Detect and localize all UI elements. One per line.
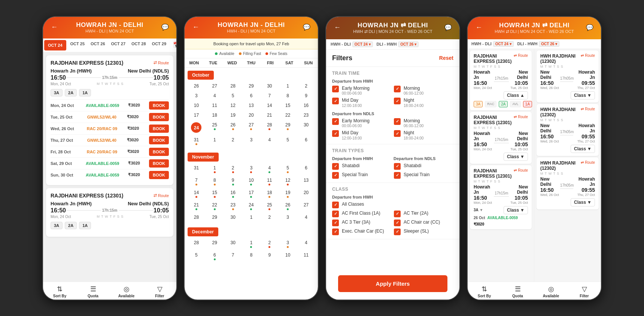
checkbox-early-morning-hwh[interactable]: ✓ bbox=[332, 86, 339, 92]
book-btn-sat29[interactable]: BOOK bbox=[149, 159, 169, 168]
cal-cell[interactable]: 16 bbox=[297, 101, 315, 110]
date-tab-oct27[interactable]: OCT 27 bbox=[108, 39, 129, 52]
cal-cell[interactable]: 30 bbox=[297, 120, 315, 134]
checkbox-ec[interactable]: ✓ bbox=[332, 228, 339, 235]
route-button-1[interactable]: ⇄ Route bbox=[154, 60, 169, 65]
class-select-down-3[interactable]: Class ▼ bbox=[504, 206, 528, 214]
reset-button[interactable]: Reset bbox=[439, 55, 453, 61]
date-tab-oct28[interactable]: OCT 28 bbox=[128, 39, 149, 52]
book-btn-fri28[interactable]: BOOK bbox=[149, 148, 169, 156]
calendar-icon[interactable]: 📅 bbox=[169, 39, 176, 52]
cal-cell[interactable]: 10 bbox=[243, 175, 260, 187]
cal-cell[interactable]: 9 bbox=[261, 250, 278, 262]
checkbox-sl[interactable]: ✓ bbox=[394, 228, 401, 235]
cal-cell[interactable]: 20 bbox=[243, 110, 260, 119]
screen4-back-button[interactable]: ← bbox=[474, 22, 484, 33]
mini-route-btn-1[interactable]: ⇄Route bbox=[514, 53, 528, 58]
cal-cell[interactable]: 8 bbox=[206, 175, 224, 187]
book-btn-thu27[interactable]: BOOK bbox=[149, 136, 169, 144]
cal-cell[interactable]: 4 bbox=[261, 135, 278, 147]
cal-cell[interactable]: 29 bbox=[243, 81, 260, 90]
back-button[interactable]: ← bbox=[49, 22, 60, 33]
cal-cell[interactable]: 9 bbox=[224, 175, 242, 187]
cal-cell[interactable]: 1 bbox=[206, 163, 224, 175]
cal-cell[interactable]: 17 bbox=[188, 110, 205, 119]
cal-cell[interactable]: 27 bbox=[297, 200, 315, 212]
checkbox-early-morning-ndls[interactable]: ✓ bbox=[332, 118, 339, 125]
chat-icon[interactable]: 💬 bbox=[160, 22, 170, 33]
screen2-chat-icon[interactable]: 💬 bbox=[301, 22, 312, 33]
cal-cell[interactable]: 7 bbox=[224, 250, 242, 262]
class-badge-2a[interactable]: 2A bbox=[65, 89, 77, 96]
checkbox-all-classes[interactable]: ✓ bbox=[332, 202, 339, 208]
cal-cell[interactable]: 29 bbox=[279, 120, 297, 134]
cal-cell[interactable]: 5 bbox=[188, 250, 205, 262]
cal-cell[interactable]: 16 bbox=[224, 188, 242, 199]
cal-cell[interactable]: 5 bbox=[279, 135, 297, 147]
cal-cell[interactable]: 23 bbox=[224, 200, 242, 212]
cal-cell[interactable]: 26 bbox=[188, 81, 205, 90]
book-btn-mon24[interactable]: BOOK bbox=[149, 101, 169, 110]
cal-cell[interactable]: 18 bbox=[261, 188, 278, 199]
mini-route-btn-r1[interactable]: ⇄Route bbox=[581, 53, 595, 58]
screen2-back-button[interactable]: ← bbox=[191, 22, 201, 33]
cal-cell[interactable]: 17 bbox=[243, 188, 260, 199]
sort-by-button[interactable]: ⇅ Sort By bbox=[43, 285, 76, 298]
checkbox-midday-ndls[interactable]: ✓ bbox=[332, 130, 339, 137]
cal-cell[interactable]: 19 bbox=[224, 110, 242, 119]
cal-cell[interactable]: 4 bbox=[261, 163, 278, 175]
route-date-oct26[interactable]: OCT 26 ▾ bbox=[398, 42, 419, 47]
available-button[interactable]: ◎ Available bbox=[110, 285, 143, 298]
class-badge-3a[interactable]: 3A bbox=[51, 89, 63, 96]
cal-cell[interactable]: 22 bbox=[279, 110, 297, 119]
cal-cell[interactable]: 14 bbox=[261, 101, 278, 110]
cal-cell[interactable]: 6 bbox=[206, 250, 224, 262]
checkbox-midday-hwh[interactable]: ✓ bbox=[332, 98, 339, 104]
cal-cell[interactable]: 27 bbox=[206, 81, 224, 90]
cal-cell[interactable]: 28 bbox=[224, 81, 242, 90]
mini-route-btn-3[interactable]: ⇄Route bbox=[514, 168, 528, 172]
cal-cell[interactable]: 8 bbox=[279, 91, 297, 100]
cal-cell[interactable]: 1 bbox=[279, 81, 297, 90]
cal-cell[interactable]: 30 bbox=[261, 81, 278, 90]
cal-cell[interactable]: 4 bbox=[297, 212, 315, 221]
cal-cell[interactable]: 2 bbox=[261, 238, 278, 249]
cal-cell[interactable]: 11 bbox=[297, 250, 315, 262]
checkbox-cc[interactable]: ✓ bbox=[394, 220, 401, 226]
screen4-chat-icon[interactable]: 💬 bbox=[584, 22, 595, 33]
cal-cell[interactable]: 30 bbox=[224, 212, 242, 221]
cal-cell[interactable]: 31 bbox=[188, 135, 205, 147]
cal-cell[interactable]: 14 bbox=[188, 188, 205, 199]
cal-cell[interactable]: 3 bbox=[188, 91, 205, 100]
apply-filters-button[interactable]: Apply Filters bbox=[338, 275, 447, 292]
checkbox-2a[interactable]: ✓ bbox=[394, 211, 401, 217]
class-select-down-r3[interactable]: Class ▼ bbox=[571, 198, 595, 206]
cal-cell[interactable]: 10 bbox=[279, 250, 297, 262]
sort-by-button-4[interactable]: ⇅ Sort By bbox=[468, 285, 501, 298]
cal-cell[interactable]: 25 bbox=[261, 200, 278, 212]
book-btn-tue25[interactable]: BOOK bbox=[149, 113, 169, 121]
filter-button-4[interactable]: ▽ Filter bbox=[568, 285, 601, 298]
checkbox-morning-ndls[interactable]: ✓ bbox=[394, 118, 401, 125]
checkbox-shatabdi-hwh[interactable]: ✓ bbox=[332, 163, 339, 170]
cal-cell[interactable]: 7 bbox=[188, 175, 205, 187]
cal-cell[interactable]: 24 bbox=[243, 200, 260, 212]
cal-cell[interactable]: 12 bbox=[224, 101, 242, 110]
checkbox-special-ndls[interactable]: ✓ bbox=[394, 172, 401, 179]
route-date-oct24[interactable]: OCT 24 ▾ bbox=[352, 42, 373, 47]
cal-cell[interactable]: 3 bbox=[279, 238, 297, 249]
class-select-down-r2[interactable]: Class ▼ bbox=[571, 145, 595, 153]
cal-cell[interactable]: 4 bbox=[206, 91, 224, 100]
checkbox-shatabdi-ndls[interactable]: ✓ bbox=[394, 163, 401, 170]
cal-cell[interactable]: 11 bbox=[206, 101, 224, 110]
quota-button[interactable]: ☰ Quota bbox=[76, 285, 110, 298]
cal-cell[interactable]: 6 bbox=[297, 135, 315, 147]
cal-cell[interactable]: 15 bbox=[206, 188, 224, 199]
cal-cell[interactable]: 27 bbox=[243, 120, 260, 134]
cal-cell[interactable]: 4 bbox=[297, 238, 315, 249]
date-tab-oct24[interactable]: OCT 24 bbox=[44, 40, 66, 50]
cal-cell[interactable]: 22 bbox=[206, 200, 224, 212]
cal-cell[interactable]: 11 bbox=[261, 175, 278, 187]
cal-cell[interactable]: 26 bbox=[279, 200, 297, 212]
class-select-down-2[interactable]: Class ▼ bbox=[504, 153, 528, 161]
